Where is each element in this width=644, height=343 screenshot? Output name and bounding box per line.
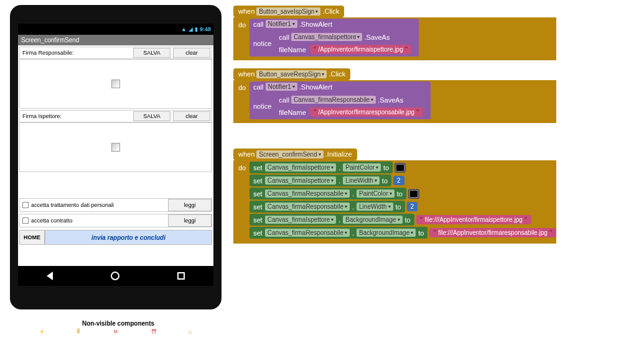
android-nav-bar — [18, 266, 213, 286]
home-button[interactable]: HOME — [19, 230, 45, 245]
color-block[interactable] — [394, 163, 406, 173]
string-block[interactable]: "file:///AppInventor/firmaresponsabile.j… — [429, 228, 556, 237]
number-block[interactable]: 2 — [407, 202, 418, 211]
color-block[interactable] — [408, 189, 419, 199]
set-block[interactable]: set Canvas_firmaResponsabile.PaintColor … — [250, 188, 406, 199]
component-dropdown[interactable]: Canvas_firmaIspettore — [265, 163, 337, 172]
set-keyword: set — [253, 177, 263, 185]
component-dropdown[interactable]: Canvas_firmaResponsabile — [265, 190, 350, 198]
home-icon[interactable] — [111, 272, 119, 280]
status-bar: ▲ ◢ ▮ 9:48 — [18, 24, 213, 35]
tinydb-component[interactable]: ≣ — [77, 329, 85, 338]
set-block[interactable]: set Canvas_firmaIspettore.LineWidth to — [250, 175, 391, 186]
when-header[interactable]: when Screen_confirmSend .Initialize — [233, 149, 357, 160]
notice-param: notice — [253, 103, 271, 110]
call-showalert-block[interactable]: call Notifier1 .ShowAlert notice call Ca… — [250, 81, 431, 119]
call-keyword: call — [279, 34, 289, 41]
when-keyword: when — [238, 70, 254, 78]
event-label: .Click — [322, 7, 339, 15]
notifier-component[interactable]: △ — [189, 329, 197, 338]
notifier-dropdown[interactable]: Notifier1 — [266, 83, 297, 91]
number-block[interactable]: 2 — [393, 176, 404, 185]
when-button-saverespsign-click[interactable]: when Button_saveRespSign .Click do call … — [233, 68, 556, 123]
send-report-button[interactable]: invia rapporto e concludi — [45, 230, 212, 245]
saveas-label: .SaveAs — [378, 96, 403, 104]
mail-icon: M — [114, 329, 123, 338]
canvas-dropdown[interactable]: Canvas_firmaIspettore — [291, 33, 363, 41]
property-dropdown[interactable]: PaintColor — [343, 163, 381, 172]
property-dropdown[interactable]: PaintColor — [357, 190, 394, 198]
set-keyword: set — [253, 216, 263, 224]
component-dropdown[interactable]: Screen_confirmSend — [256, 150, 323, 158]
check-dati-label: accetta trattamento dati personali — [31, 202, 168, 208]
property-dropdown[interactable]: LineWidth — [343, 176, 379, 185]
lightning-icon: ⚡ — [39, 329, 48, 338]
status-time: 9:48 — [200, 26, 211, 32]
component-dropdown[interactable]: Canvas_firmaIspettore — [265, 176, 337, 185]
set-block[interactable]: set Canvas_firmaResponsabile.LineWidth t… — [250, 201, 405, 213]
to-keyword: to — [397, 190, 403, 198]
component-dropdown[interactable]: Canvas_firmaResponsabile — [265, 203, 350, 211]
firma-ispettore-label: Firma Ispettore: — [20, 113, 132, 119]
component-dropdown[interactable]: Button_saveRespSign — [256, 70, 327, 78]
check-contratto-label: accetta contratto — [31, 217, 168, 224]
check-dati-personali-row: accetta trattamento dati personali leggi — [19, 198, 212, 212]
database-icon: ≣ — [77, 329, 85, 338]
canvas-dropdown[interactable]: Canvas_firmaResponsabile — [291, 96, 376, 104]
leggi-dati-button[interactable]: leggi — [168, 199, 212, 211]
activity-starter-component[interactable]: ⚡ — [39, 329, 48, 338]
clear-ispettore-button[interactable]: clear — [173, 111, 210, 121]
salva-responsabile-button[interactable]: SALVA — [133, 48, 170, 58]
to-keyword: to — [382, 177, 388, 185]
blocks-workspace[interactable]: when Button_saveIspSign .Click do call N… — [233, 5, 556, 251]
string-block[interactable]: "file:///AppInventor/firmaispettore.jpg" — [416, 215, 531, 224]
do-keyword: do — [238, 162, 250, 172]
string-block[interactable]: "/AppInventor/firmaresponsabile.jpg" — [310, 107, 423, 117]
leggi-contratto-button[interactable]: leggi — [168, 214, 212, 227]
call-keyword: call — [253, 21, 264, 28]
method-label: .ShowAlert — [299, 83, 332, 91]
component-dropdown[interactable]: Button_saveIspSign — [256, 7, 320, 16]
set-block[interactable]: set Canvas_firmaIspettore.PaintColor to — [250, 162, 393, 173]
call-keyword: call — [279, 96, 289, 104]
salva-ispettore-button[interactable]: SALVA — [133, 111, 170, 121]
clock-component[interactable]: ⏰ — [151, 329, 160, 338]
event-label: .Initialize — [325, 150, 352, 158]
phone-screen: ▲ ◢ ▮ 9:48 Screen_confirmSend Firma Resp… — [18, 24, 213, 286]
call-showalert-block[interactable]: call Notifier1 .ShowAlert notice call Ca… — [250, 19, 419, 57]
when-button-saveispsign-click[interactable]: when Button_saveIspSign .Click do call N… — [233, 5, 556, 60]
when-header[interactable]: when Button_saveRespSign .Click — [233, 68, 350, 80]
checkbox-dati-personali[interactable] — [22, 202, 29, 208]
clear-responsabile-button[interactable]: clear — [173, 48, 210, 58]
recent-icon[interactable] — [177, 272, 185, 280]
gmail-component[interactable]: M — [114, 329, 123, 338]
component-dropdown[interactable]: Canvas_firmaIspettore — [265, 216, 337, 224]
notifier-dropdown[interactable]: Notifier1 — [266, 20, 297, 28]
call-keyword: call — [253, 83, 264, 91]
method-label: .ShowAlert — [299, 21, 332, 28]
property-dropdown[interactable]: LineWidth — [357, 203, 393, 211]
broken-image-icon — [111, 80, 120, 88]
wifi-icon: ▲ — [181, 26, 187, 32]
filename-param: fileName — [279, 109, 306, 116]
set-block[interactable]: set Canvas_firmaIspettore.BackgroundImag… — [250, 214, 414, 226]
canvas-firma-ispettore[interactable] — [19, 122, 212, 172]
set-block[interactable]: set Canvas_firmaResponsabile.BackgroundI… — [250, 227, 427, 239]
when-screen-initialize[interactable]: when Screen_confirmSend .Initialize do s… — [233, 148, 556, 244]
component-dropdown[interactable]: Canvas_firmaResponsabile — [265, 229, 350, 237]
phone-body: Firma Responsabile: SALVA clear Firma Is… — [18, 45, 213, 266]
call-saveas-block[interactable]: call Canvas_firmaIspettore .SaveAs fileN… — [275, 32, 415, 55]
property-dropdown[interactable]: BackgroundImage — [357, 229, 416, 237]
when-header[interactable]: when Button_saveIspSign .Click — [233, 6, 344, 17]
string-block[interactable]: "/AppInventor/firmaispettore.jpg" — [310, 45, 412, 54]
section-responsabile-header: Firma Responsabile: SALVA clear — [19, 47, 212, 59]
back-icon[interactable] — [47, 272, 53, 280]
section-ispettore-header: Firma Ispettore: SALVA clear — [19, 110, 212, 122]
do-keyword: do — [238, 19, 250, 29]
checkbox-contratto[interactable] — [22, 217, 29, 224]
property-dropdown[interactable]: BackgroundImage — [343, 216, 402, 224]
canvas-firma-responsabile[interactable] — [19, 59, 212, 109]
call-saveas-block[interactable]: call Canvas_firmaResponsabile .SaveAs fi… — [275, 94, 426, 118]
battery-icon: ▮ — [195, 26, 198, 32]
to-keyword: to — [383, 164, 389, 172]
